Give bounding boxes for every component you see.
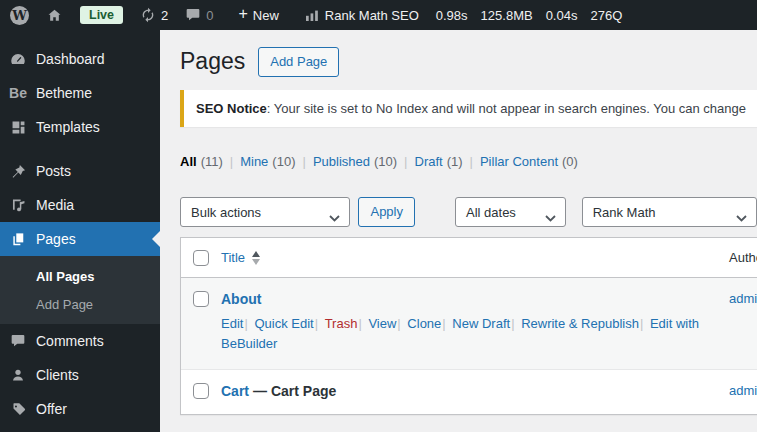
view-published[interactable]: Published(10) [295, 154, 397, 169]
rank-math-filter-select[interactable]: Rank Math [582, 197, 757, 227]
page-state-label: — Cart Page [253, 383, 336, 399]
view-all[interactable]: All(11) [180, 154, 223, 169]
chevron-down-icon [329, 210, 340, 225]
row-checkbox[interactable] [193, 383, 209, 399]
wordpress-logo-icon: W [10, 6, 29, 25]
rank-math-seo-menu[interactable]: Rank Math SEO [304, 7, 419, 23]
wordpress-menu[interactable]: W [10, 6, 29, 25]
action-edit[interactable]: Edit [221, 316, 243, 331]
select-all-checkbox[interactable] [193, 250, 209, 266]
chevron-down-icon [736, 210, 747, 225]
row-checkbox[interactable] [193, 291, 209, 307]
action-new-draft[interactable]: New Draft [441, 316, 510, 331]
sidebar-label: Clients [36, 367, 79, 383]
sidebar-item-offer[interactable]: Offer [0, 392, 160, 426]
templates-grid-icon [0, 119, 36, 136]
action-clone[interactable]: Clone [396, 316, 441, 331]
sidebar-item-pages[interactable]: Pages [0, 222, 160, 256]
media-icon [0, 197, 36, 214]
sidebar-label: Betheme [36, 85, 92, 101]
table-header-row: Title Author [181, 238, 757, 278]
page-title-link[interactable]: Cart [221, 383, 249, 399]
db-query-time: 0.04s [546, 8, 578, 23]
action-view[interactable]: View [357, 316, 396, 331]
dashboard-gauge-icon [0, 50, 36, 68]
sidebar-label: Dashboard [36, 51, 105, 67]
sidebar-label: Comments [36, 333, 104, 349]
author-link[interactable]: admin [729, 383, 757, 398]
seo-notice-message: : Your site is set to No Index and will … [267, 101, 746, 116]
seo-notice-title: SEO Notice [196, 101, 267, 116]
pushpin-icon [0, 163, 36, 180]
page-generation-time: 0.98s [436, 8, 468, 23]
bulk-actions-select[interactable]: Bulk actions [180, 197, 350, 227]
sidebar-label: Templates [36, 119, 100, 135]
sidebar-item-comments[interactable]: Comments [0, 324, 160, 358]
row-actions: EditQuick EditTrashViewCloneNew DraftRew… [221, 314, 719, 354]
pages-table: Title Author About EditQuick EditTrashVi… [180, 237, 757, 415]
bar-chart-icon [304, 7, 320, 23]
action-quick-edit[interactable]: Quick Edit [243, 316, 313, 331]
comments-menu[interactable]: 0 [185, 7, 213, 23]
pages-icon [0, 231, 36, 248]
sidebar-item-dashboard[interactable]: Dashboard [0, 42, 160, 76]
date-filter-select[interactable]: All dates [455, 197, 566, 227]
seo-notice: SEO Notice: Your site is set to No Index… [180, 90, 757, 127]
home-icon [46, 7, 63, 24]
menu-separator [0, 144, 160, 154]
view-filters: All(11) Mine(10) Published(10) Draft(1) … [180, 154, 757, 169]
updates-count: 2 [161, 8, 168, 23]
tag-icon [0, 401, 36, 418]
sort-indicator-icon [252, 251, 260, 265]
plus-icon: + [238, 6, 247, 22]
main-content: Pages Add Page SEO Notice: Your site is … [160, 30, 757, 432]
sidebar-item-betheme[interactable]: Be Betheme [0, 76, 160, 110]
sidebar-label: Posts [36, 163, 71, 179]
pages-submenu: All Pages Add Page [0, 256, 160, 324]
comment-bubble-icon [185, 7, 201, 23]
update-refresh-icon [140, 7, 156, 23]
author-column-header: Author [729, 250, 757, 265]
sidebar-item-templates[interactable]: Templates [0, 110, 160, 144]
new-label: New [253, 8, 279, 23]
db-query-count: 276Q [590, 8, 622, 23]
admin-sidebar: Dashboard Be Betheme Templates Posts Med [0, 30, 160, 432]
action-rewrite-republish[interactable]: Rewrite & Republish [510, 316, 639, 331]
sidebar-label: Offer [36, 401, 67, 417]
comments-bubble-icon [0, 333, 36, 349]
author-link[interactable]: admin [729, 291, 757, 306]
memory-usage: 125.8MB [481, 8, 533, 23]
comments-count: 0 [206, 8, 213, 23]
table-row-about: About EditQuick EditTrashViewCloneNew Dr… [181, 278, 757, 370]
visit-site-button[interactable] [46, 7, 63, 24]
rank-math-label: Rank Math SEO [325, 8, 419, 23]
view-pillar-content[interactable]: Pillar Content(0) [463, 154, 578, 169]
sidebar-item-media[interactable]: Media [0, 188, 160, 222]
chevron-down-icon [545, 210, 556, 225]
page-title-link[interactable]: About [221, 291, 261, 307]
list-toolbar: Bulk actions Apply All dates Rank Math [180, 197, 757, 227]
sidebar-label: Media [36, 197, 74, 213]
table-row-cart: Cart— Cart Page admin [181, 370, 757, 414]
sidebar-label: Pages [36, 231, 76, 247]
admin-bar: W Live 2 0 + New Rank Math SEO 0.98s 125… [0, 0, 757, 30]
view-draft[interactable]: Draft(1) [397, 154, 462, 169]
new-content-menu[interactable]: + New [238, 8, 278, 23]
updates-menu[interactable]: 2 [140, 7, 168, 23]
betheme-icon: Be [0, 85, 36, 101]
action-trash[interactable]: Trash [314, 316, 358, 331]
submenu-all-pages[interactable]: All Pages [0, 262, 160, 290]
sidebar-item-clients[interactable]: Clients [0, 358, 160, 392]
query-monitor-stats[interactable]: 0.98s 125.8MB 0.04s 276Q [436, 8, 622, 23]
submenu-add-page[interactable]: Add Page [0, 290, 160, 318]
page-title: Pages [180, 47, 245, 77]
title-column-sort[interactable]: Title [221, 250, 260, 265]
add-page-button[interactable]: Add Page [258, 47, 339, 77]
person-icon [0, 367, 36, 383]
apply-button[interactable]: Apply [358, 197, 415, 227]
live-environment-badge[interactable]: Live [80, 6, 123, 24]
sidebar-item-posts[interactable]: Posts [0, 154, 160, 188]
view-mine[interactable]: Mine(10) [223, 154, 296, 169]
